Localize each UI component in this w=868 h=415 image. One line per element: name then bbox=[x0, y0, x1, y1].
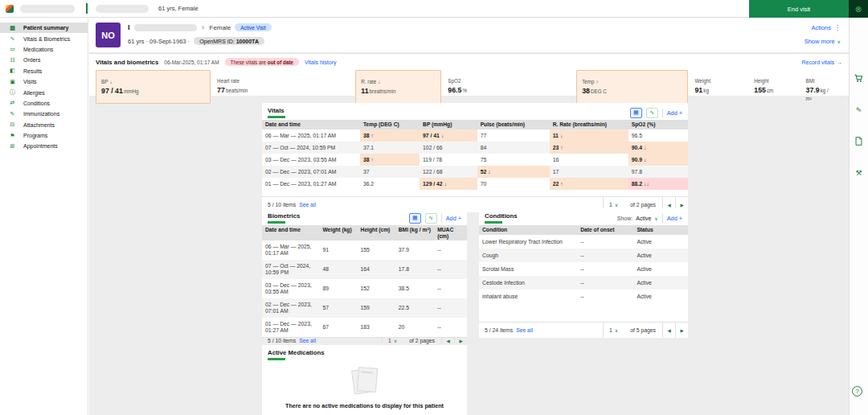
sidebar-item-attachments[interactable]: ⊟Attachments bbox=[0, 120, 88, 130]
tile-label-text: SpO2 bbox=[448, 78, 461, 84]
conditions-table-header: ConditionDate of onsetStatus bbox=[479, 225, 688, 235]
chart-view-toggle[interactable]: ∿ bbox=[425, 213, 437, 224]
show-more-toggle[interactable]: Show more ∨ bbox=[805, 38, 841, 45]
kebab-menu-icon[interactable]: ⋮ bbox=[834, 24, 841, 31]
biometrics-table-header: Date and timeWeight (kg)Height (cm)BMI (… bbox=[262, 225, 467, 240]
sidebar-item-label: Patient summary bbox=[23, 25, 68, 31]
trend-arrow-icon: ↑ bbox=[560, 181, 563, 187]
avatar: NO bbox=[96, 23, 121, 47]
value-cell: -- bbox=[434, 240, 467, 260]
biometrics-table-row[interactable]: 07 — Oct — 2024, 10:59 PM4816417.8-- bbox=[262, 260, 467, 279]
trend-arrow-icon: ↑ bbox=[371, 157, 373, 162]
pill-icon: ▭ bbox=[9, 46, 16, 52]
add-label[interactable]: Add bbox=[446, 215, 457, 222]
vital-tile-heart-rate: Heart rate77beats/min bbox=[212, 70, 354, 104]
date-cell: 03 — Dec — 2023, 03:55 AM bbox=[262, 154, 360, 166]
sidebar-item-patient-summary[interactable]: ▤Patient summary bbox=[0, 23, 88, 33]
clinical-tools-icon[interactable]: ⚒ bbox=[850, 157, 868, 188]
sidebar-item-immunizations[interactable]: ✎Immunizations bbox=[0, 109, 88, 119]
sidebar-item-allergies[interactable]: ⓘAllergies bbox=[0, 87, 88, 97]
chevron-down-icon: ∨ bbox=[654, 216, 657, 221]
record-vitals-link[interactable]: Record vitals → bbox=[802, 60, 842, 65]
value-cell: 37.1 bbox=[360, 142, 420, 154]
sidebar-item-results[interactable]: ◧Results bbox=[0, 66, 88, 76]
conditions-table-row[interactable]: Scrotal Mass--Active bbox=[479, 262, 688, 276]
see-all-link[interactable]: See all bbox=[516, 327, 533, 333]
next-page-button[interactable]: ▶ bbox=[675, 323, 688, 338]
conditions-table-row[interactable]: inhalant abuse--Active bbox=[479, 290, 688, 303]
biometrics-table-row[interactable]: 01 — Dec — 2023, 01:27 AM6718320-- bbox=[262, 318, 467, 337]
sidebar-item-label: Allergies bbox=[23, 90, 45, 96]
page-select[interactable]: 1∨ bbox=[382, 338, 403, 343]
column-header: Height (cm) bbox=[358, 225, 395, 240]
column-header: SpO2 (%) bbox=[628, 120, 688, 129]
sidebar-item-vitals-biometrics[interactable]: ∿Vitals & Biometrics bbox=[0, 33, 88, 43]
biometrics-table-row[interactable]: 02 — Dec — 2023, 07:01 AM5715922.5-- bbox=[262, 298, 467, 318]
chart-view-toggle[interactable]: ∿ bbox=[646, 108, 658, 118]
plus-icon: + bbox=[458, 215, 461, 222]
add-biometrics-button[interactable]: Add + bbox=[446, 215, 461, 222]
app-logo-icon[interactable] bbox=[6, 5, 14, 13]
vital-tile-weight: Weight91kg bbox=[690, 70, 747, 104]
sidebar-item-medications[interactable]: ▭Medications bbox=[0, 44, 88, 55]
sidebar-item-label: Medications bbox=[23, 47, 53, 52]
value-cell: 77 bbox=[477, 129, 550, 142]
value-cell: 91 bbox=[319, 240, 357, 260]
see-all-link[interactable]: See all bbox=[299, 202, 316, 208]
vitals-history-link[interactable]: Vitals history bbox=[305, 60, 337, 65]
page-number: 1 bbox=[609, 327, 612, 333]
status-cell: Active bbox=[633, 262, 688, 276]
column-header: BP (mmHg) bbox=[420, 120, 477, 129]
add-label[interactable]: Add bbox=[667, 215, 678, 222]
biometrics-table-row[interactable]: 03 — Dec — 2023, 03:55 AM8915238.5-- bbox=[262, 279, 467, 298]
sidebar-item-programs[interactable]: ⚑Programs bbox=[0, 130, 88, 141]
actions-menu[interactable]: Actions ⋮ bbox=[811, 24, 841, 31]
sidebar-item-orders[interactable]: ☷Orders bbox=[0, 55, 88, 65]
show-more-link[interactable]: Show more bbox=[805, 38, 835, 45]
vitals-table-row[interactable]: 03 — Dec — 2023, 03:55 AM38↑119 / 787516… bbox=[262, 154, 688, 166]
tile-label-text: BP bbox=[101, 79, 108, 84]
table-view-toggle[interactable]: ▦ bbox=[630, 108, 642, 118]
close-icon[interactable]: ⊗ bbox=[849, 0, 868, 18]
date-cell: 07 — Oct — 2024, 10:59 PM bbox=[262, 260, 319, 279]
tile-value: 91kg bbox=[694, 86, 743, 94]
biometrics-table-row[interactable]: 06 — Mar — 2025, 01:17 AM9115537.9-- bbox=[262, 240, 467, 260]
patient-banner: NO I ♀ Female Active Visit 61 yrs · 09-S… bbox=[89, 18, 849, 52]
trend-arrow-icon: ↓ bbox=[488, 169, 490, 175]
tile-label: R. rate↓ bbox=[361, 72, 436, 87]
vitals-table-row[interactable]: 07 — Oct — 2024, 10:59 PM37.1102 / 66842… bbox=[262, 142, 688, 154]
previous-page-button[interactable]: ◀ bbox=[441, 338, 454, 343]
record-vitals-label[interactable]: Record vitals bbox=[802, 60, 834, 65]
add-condition-button[interactable]: Add + bbox=[667, 215, 682, 222]
previous-page-button[interactable]: ◀ bbox=[662, 323, 675, 338]
value-cell: 48 bbox=[319, 260, 357, 279]
next-page-button[interactable]: ▶ bbox=[454, 338, 467, 343]
sidebar-item-visits[interactable]: ▣Visits bbox=[0, 76, 88, 87]
conditions-table-row[interactable]: Cestode Infection--Active bbox=[479, 276, 688, 290]
page-select[interactable]: 1∨ bbox=[603, 323, 624, 338]
see-all-link[interactable]: See all bbox=[299, 338, 316, 343]
conditions-table-row[interactable]: Cough--Active bbox=[479, 249, 688, 262]
divider bbox=[662, 109, 663, 117]
sidebar-item-conditions[interactable]: ⇄Conditions bbox=[0, 98, 88, 109]
help-icon[interactable]: ? bbox=[852, 386, 862, 397]
sidebar-item-label: Orders bbox=[23, 57, 40, 63]
actions-link[interactable]: Actions bbox=[811, 24, 831, 31]
add-label[interactable]: Add bbox=[667, 109, 678, 117]
document-icon[interactable] bbox=[850, 125, 868, 157]
value-cell: 17.8 bbox=[395, 260, 434, 279]
tile-value: 97 / 41mmHg bbox=[101, 87, 205, 95]
sidebar-item-appointments[interactable]: ⊞Appointments bbox=[0, 141, 88, 151]
table-view-toggle[interactable]: ▦ bbox=[409, 213, 421, 224]
conditions-filter[interactable]: Show: Active ∨ bbox=[617, 216, 658, 221]
end-visit-button[interactable]: End visit bbox=[749, 0, 849, 18]
vitals-table-row[interactable]: 06 — Mar — 2025, 01:17 AM38↑97 / 41↓7711… bbox=[262, 129, 688, 142]
conditions-footer: 5 / 24 itemsSee all1∨of 5 pages◀▶ bbox=[479, 322, 688, 338]
conditions-table-row[interactable]: Lower Respiratory Tract Infection--Activ… bbox=[479, 235, 688, 249]
pencil-icon[interactable]: ✎ bbox=[850, 94, 868, 125]
filter-value[interactable]: Active bbox=[636, 216, 651, 221]
shopping-cart-icon[interactable] bbox=[850, 63, 868, 94]
add-vitals-button[interactable]: Add + bbox=[667, 109, 682, 117]
vitals-table-row[interactable]: 01 — Dec — 2023, 01:27 AM36.2129 / 42↓70… bbox=[262, 178, 688, 190]
vitals-table-row[interactable]: 02 — Dec — 2023, 07:01 AM37122 / 6852↓17… bbox=[262, 166, 688, 178]
